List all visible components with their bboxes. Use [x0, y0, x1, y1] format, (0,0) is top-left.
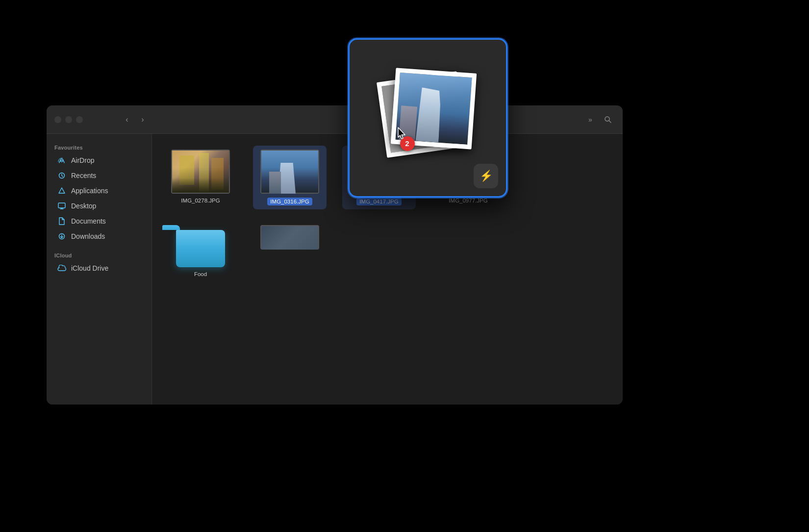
sidebar-item-label: Applications: [71, 187, 108, 195]
cursor-icon: [396, 127, 408, 142]
sidebar-item-airdrop[interactable]: AirDrop: [50, 153, 149, 168]
more-button[interactable]: »: [583, 113, 597, 127]
svg-rect-4: [58, 203, 65, 208]
documents-icon: [57, 217, 66, 226]
file-item-img0316[interactable]: IMG_0316.JPG: [253, 146, 327, 209]
file-thumbnail: [171, 150, 230, 194]
close-button[interactable]: [54, 116, 61, 123]
file-item-food[interactable]: Food: [164, 221, 237, 281]
sidebar-item-label: Downloads: [71, 232, 105, 240]
nav-buttons: ‹ ›: [120, 113, 150, 127]
recents-icon: [57, 171, 66, 180]
maximize-button[interactable]: [76, 116, 83, 123]
sidebar-item-label: iCloud Drive: [71, 264, 108, 272]
forward-button[interactable]: ›: [136, 113, 150, 127]
sidebar-item-desktop[interactable]: Desktop: [50, 199, 149, 213]
icloud-section-title: iCloud: [47, 250, 152, 260]
traffic-lights: [54, 116, 83, 123]
favourites-section-title: Favourites: [47, 142, 152, 152]
main-content: Favourites AirDrop: [47, 134, 623, 405]
back-button[interactable]: ‹: [120, 113, 134, 127]
file-name: IMG_0417.JPG: [356, 198, 401, 205]
photo-preview: [260, 150, 319, 194]
file-name: IMG_0278.JPG: [181, 198, 220, 203]
sidebar-item-label: AirDrop: [71, 156, 94, 164]
minimize-button[interactable]: [65, 116, 72, 123]
toolbar-right: »: [583, 113, 615, 127]
file-name: IMG_0977.JPG: [449, 198, 487, 203]
sidebar-item-label: Recents: [71, 172, 96, 179]
sidebar: Favourites AirDrop: [47, 134, 152, 405]
svg-line-1: [609, 121, 611, 123]
sidebar-item-label: Documents: [71, 217, 106, 225]
drag-photo-stack: 2: [381, 67, 475, 170]
file-name: Food: [194, 271, 207, 277]
flash-button[interactable]: ⚡: [474, 164, 498, 188]
search-button[interactable]: [601, 113, 615, 127]
downloads-icon: [57, 232, 66, 241]
sidebar-item-label: Desktop: [71, 202, 96, 210]
file-item-partial[interactable]: [253, 221, 327, 281]
sidebar-item-icloud-drive[interactable]: iCloud Drive: [50, 261, 149, 276]
file-thumbnail: [260, 225, 319, 250]
file-thumbnail: [260, 150, 319, 194]
finder-window: ‹ › USA Trip » Favourites: [47, 105, 623, 405]
file-name: IMG_0316.JPG: [267, 198, 312, 205]
icloud-icon: [57, 264, 66, 273]
photo-preview: [171, 150, 230, 194]
folder-container: [176, 225, 225, 267]
sidebar-item-recents[interactable]: Recents: [50, 168, 149, 183]
sidebar-item-documents[interactable]: Documents: [50, 214, 149, 228]
sidebar-item-downloads[interactable]: Downloads: [50, 229, 149, 244]
applications-icon: [57, 186, 66, 195]
sidebar-item-applications[interactable]: Applications: [50, 183, 149, 198]
airdrop-icon: [57, 156, 66, 165]
desktop-icon: [57, 202, 66, 210]
toolbar: ‹ › USA Trip »: [47, 105, 623, 134]
file-item-img0278[interactable]: IMG_0278.JPG: [164, 146, 237, 209]
drag-preview: 2 ⚡: [348, 38, 507, 198]
